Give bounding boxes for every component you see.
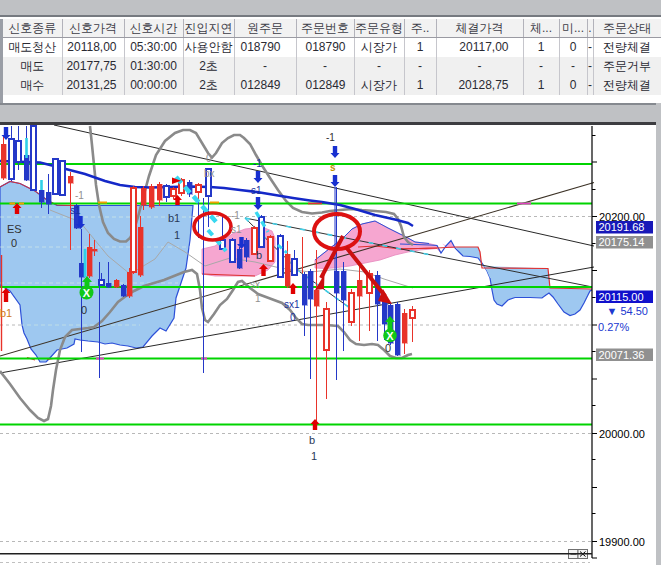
svg-text:20115.00: 20115.00 [599, 291, 644, 303]
svg-text:-1: -1 [231, 210, 240, 221]
svg-text:s: s [330, 162, 336, 173]
svg-text:sx1: sx1 [284, 299, 300, 310]
svg-text:sx: sx [250, 279, 260, 290]
svg-text:s1: s1 [70, 205, 81, 216]
svg-text:bx: bx [204, 168, 215, 179]
svg-text:X: X [83, 287, 91, 299]
svg-text:s1: s1 [231, 224, 242, 235]
svg-text:19900.00: 19900.00 [599, 536, 645, 548]
svg-text:20175.14: 20175.14 [599, 236, 645, 248]
svg-text:-1: -1 [326, 132, 335, 143]
svg-text:b: b [309, 434, 315, 446]
svg-text:▼ 54.50: ▼ 54.50 [607, 305, 648, 317]
svg-text:0: 0 [385, 342, 391, 354]
svg-text:0: 0 [11, 237, 17, 249]
svg-text:0: 0 [81, 304, 87, 316]
svg-text:0: 0 [206, 153, 212, 164]
svg-text:1: 1 [255, 293, 261, 304]
svg-text:b1: b1 [0, 307, 12, 319]
svg-text:0: 0 [290, 312, 296, 323]
svg-text:1: 1 [174, 229, 180, 241]
svg-text:ES: ES [7, 223, 22, 235]
svg-text:-1: -1 [75, 190, 84, 201]
svg-text:0.27%: 0.27% [598, 321, 629, 333]
svg-text:b: b [256, 249, 262, 261]
svg-text:20000.00: 20000.00 [599, 428, 645, 440]
svg-text:X: X [386, 330, 394, 342]
svg-text:20071.36: 20071.36 [599, 349, 645, 361]
svg-text:-1: -1 [253, 158, 262, 169]
svg-text:s1: s1 [251, 185, 262, 196]
svg-text:b1: b1 [168, 212, 180, 224]
svg-text:20191.68: 20191.68 [599, 221, 645, 233]
svg-text:1: 1 [311, 450, 317, 462]
